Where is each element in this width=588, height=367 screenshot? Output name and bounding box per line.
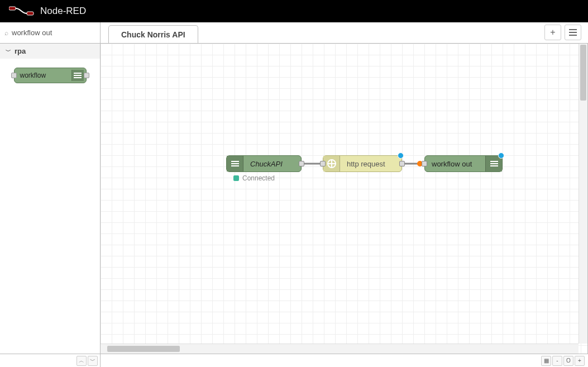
palette-search-input[interactable] bbox=[12, 28, 106, 37]
flow-node-label: http request bbox=[340, 160, 392, 168]
circle-icon: O bbox=[566, 358, 571, 364]
tab-bar: Chuck Norris API + bbox=[101, 22, 588, 44]
map-icon: ▦ bbox=[544, 358, 549, 364]
changed-indicator-icon bbox=[398, 152, 404, 159]
flow-node-workflow-out[interactable]: workflow out bbox=[424, 155, 503, 172]
vertical-scrollbar[interactable] bbox=[579, 44, 587, 344]
bars-icon bbox=[71, 70, 84, 81]
node-output-port[interactable] bbox=[299, 161, 304, 166]
palette-body: workflow bbox=[0, 59, 100, 354]
list-flows-button[interactable] bbox=[565, 25, 581, 40]
list-icon bbox=[569, 32, 577, 33]
palette-category-label: rpa bbox=[15, 47, 26, 55]
palette-footer: ︿ ﹀ bbox=[0, 354, 100, 367]
canvas-wrap: ChuckAPI Connected http request bbox=[101, 44, 588, 354]
bars-icon bbox=[227, 156, 243, 171]
flow-node-label: ChuckAPI bbox=[243, 160, 289, 168]
scrollbar-thumb[interactable] bbox=[107, 346, 180, 352]
palette-search: ⌕ × bbox=[0, 22, 100, 44]
node-output-port[interactable] bbox=[399, 161, 405, 166]
plus-icon: + bbox=[578, 358, 581, 364]
minus-icon: - bbox=[556, 358, 558, 364]
zoom-reset-button[interactable]: O bbox=[563, 356, 573, 366]
node-red-logo bbox=[9, 6, 35, 16]
flow-node-http-request[interactable]: http request bbox=[323, 155, 402, 172]
palette-collapse-button[interactable]: ︿ bbox=[77, 356, 87, 366]
changed-indicator-icon bbox=[498, 152, 504, 159]
flow-canvas[interactable]: ChuckAPI Connected http request bbox=[101, 44, 587, 354]
zoom-in-button[interactable]: + bbox=[575, 356, 585, 366]
globe-icon bbox=[323, 156, 340, 171]
palette: ⌕ × ﹀ rpa workflow ︿ ﹀ bbox=[0, 22, 101, 367]
chevron-up-icon: ︿ bbox=[79, 357, 84, 365]
horizontal-scrollbar[interactable] bbox=[101, 344, 579, 354]
node-input-port[interactable] bbox=[320, 161, 326, 166]
tab-label: Chuck Norris API bbox=[121, 30, 185, 39]
workspace-footer: ▦ - O + bbox=[101, 354, 588, 367]
node-status: Connected bbox=[233, 174, 275, 182]
search-icon: ⌕ bbox=[4, 29, 8, 37]
node-port bbox=[11, 73, 17, 78]
navigator-button[interactable]: ▦ bbox=[541, 356, 551, 366]
svg-rect-1 bbox=[27, 12, 34, 15]
chevron-down-icon: ﹀ bbox=[6, 47, 11, 55]
status-indicator-icon bbox=[233, 175, 239, 181]
workspace: Chuck Norris API + ChuckAPI bbox=[101, 22, 588, 367]
node-input-port[interactable] bbox=[422, 161, 427, 166]
flow-node-label: workflow out bbox=[425, 160, 485, 168]
tab-chuck-norris-api[interactable]: Chuck Norris API bbox=[108, 25, 198, 43]
status-text: Connected bbox=[242, 174, 275, 182]
scrollbar-thumb[interactable] bbox=[580, 45, 586, 101]
palette-expand-button[interactable]: ﹀ bbox=[88, 356, 98, 366]
palette-category-rpa[interactable]: ﹀ rpa bbox=[0, 44, 100, 59]
palette-node-workflow[interactable]: workflow bbox=[14, 68, 87, 83]
plus-icon: + bbox=[550, 27, 555, 37]
svg-rect-0 bbox=[9, 7, 16, 10]
flow-node-chuckapi[interactable]: ChuckAPI bbox=[226, 155, 302, 172]
add-flow-button[interactable]: + bbox=[544, 25, 561, 40]
palette-node-label: workflow bbox=[20, 72, 46, 79]
chevron-down-icon: ﹀ bbox=[90, 357, 95, 365]
app-header: Node-RED bbox=[0, 0, 588, 22]
zoom-out-button[interactable]: - bbox=[552, 356, 562, 366]
node-port bbox=[84, 73, 89, 78]
app-title: Node-RED bbox=[40, 6, 86, 17]
